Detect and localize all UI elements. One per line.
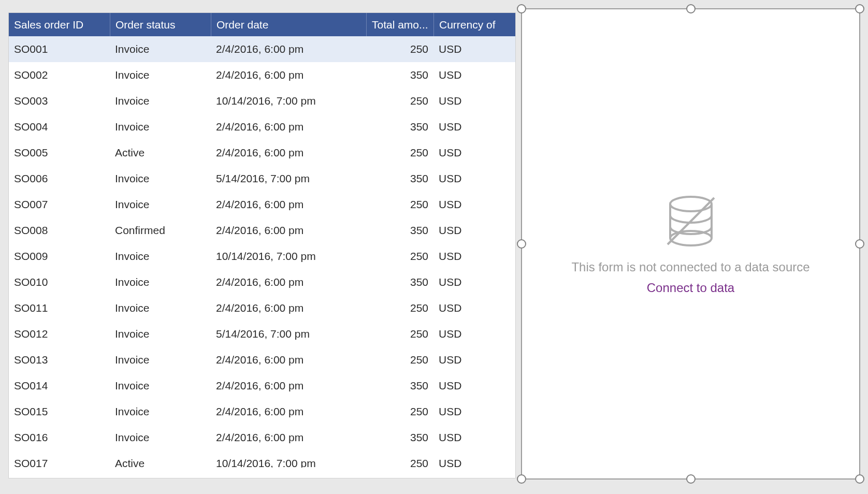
table-row[interactable]: SO017Active10/14/2016, 7:00 pm250USD <box>9 451 515 468</box>
cell-sales-order-id: SO012 <box>9 328 110 340</box>
col-header-order-status[interactable]: Order status <box>110 13 211 36</box>
table-row[interactable]: SO016Invoice2/4/2016, 6:00 pm350USD <box>9 425 515 451</box>
table-row[interactable]: SO012Invoice5/14/2016, 7:00 pm250USD <box>9 321 515 347</box>
cell-order-date: 2/4/2016, 6:00 pm <box>211 431 366 444</box>
cell-order-status: Invoice <box>110 302 211 314</box>
resize-handle-top-right[interactable] <box>855 4 864 13</box>
cell-order-date: 2/4/2016, 6:00 pm <box>211 69 366 81</box>
cell-order-date: 2/4/2016, 6:00 pm <box>211 405 366 418</box>
database-icon <box>662 193 719 250</box>
cell-order-date: 2/4/2016, 6:00 pm <box>211 147 366 159</box>
cell-order-status: Invoice <box>110 172 211 185</box>
cell-total-amount: 250 <box>366 43 433 55</box>
sales-order-table[interactable]: Sales order ID Order status Order date T… <box>8 12 516 478</box>
resize-handle-bottom-right[interactable] <box>855 474 864 484</box>
cell-currency: USD <box>433 172 496 185</box>
table-row[interactable]: SO009Invoice10/14/2016, 7:00 pm250USD <box>9 243 515 269</box>
cell-order-status: Invoice <box>110 43 211 55</box>
cell-currency: USD <box>433 147 496 159</box>
cell-sales-order-id: SO007 <box>9 198 110 211</box>
resize-handle-top-middle[interactable] <box>686 4 696 13</box>
cell-total-amount: 350 <box>366 69 433 81</box>
table-row[interactable]: SO010Invoice2/4/2016, 6:00 pm350USD <box>9 269 515 295</box>
cell-order-date: 10/14/2016, 7:00 pm <box>211 457 366 468</box>
cell-total-amount: 350 <box>366 121 433 133</box>
form-control[interactable]: This form is not connected to a data sou… <box>521 8 860 480</box>
resize-handle-middle-left[interactable] <box>517 239 526 249</box>
cell-order-date: 5/14/2016, 7:00 pm <box>211 328 366 340</box>
cell-total-amount: 350 <box>366 380 433 392</box>
table-row[interactable]: SO006Invoice5/14/2016, 7:00 pm350USD <box>9 166 515 192</box>
cell-order-status: Active <box>110 457 211 468</box>
cell-currency: USD <box>433 250 496 263</box>
cell-currency: USD <box>433 302 496 314</box>
cell-order-status: Invoice <box>110 354 211 366</box>
col-header-sales-order-id[interactable]: Sales order ID <box>9 13 110 36</box>
cell-order-date: 2/4/2016, 6:00 pm <box>211 354 366 366</box>
svg-line-2 <box>668 198 714 244</box>
cell-total-amount: 350 <box>366 224 433 237</box>
cell-sales-order-id: SO014 <box>9 380 110 392</box>
col-header-currency[interactable]: Currency of T <box>433 13 496 36</box>
cell-currency: USD <box>433 224 496 237</box>
cell-order-date: 10/14/2016, 7:00 pm <box>211 250 366 263</box>
connect-to-data-link[interactable]: Connect to data <box>647 281 734 295</box>
cell-sales-order-id: SO016 <box>9 431 110 444</box>
cell-total-amount: 250 <box>366 354 433 366</box>
cell-order-date: 2/4/2016, 6:00 pm <box>211 121 366 133</box>
table-row[interactable]: SO014Invoice2/4/2016, 6:00 pm350USD <box>9 373 515 399</box>
table-row[interactable]: SO011Invoice2/4/2016, 6:00 pm250USD <box>9 295 515 321</box>
svg-point-0 <box>670 197 712 211</box>
cell-order-status: Invoice <box>110 95 211 107</box>
cell-currency: USD <box>433 95 496 107</box>
cell-total-amount: 250 <box>366 405 433 418</box>
cell-total-amount: 250 <box>366 95 433 107</box>
cell-order-status: Invoice <box>110 380 211 392</box>
table-row[interactable]: SO015Invoice2/4/2016, 6:00 pm250USD <box>9 399 515 425</box>
table-body[interactable]: SO001Invoice2/4/2016, 6:00 pm250USDSO002… <box>9 36 515 468</box>
cell-total-amount: 350 <box>366 172 433 185</box>
cell-order-status: Active <box>110 147 211 159</box>
cell-sales-order-id: SO011 <box>9 302 110 314</box>
resize-handle-bottom-middle[interactable] <box>686 474 696 484</box>
resize-handle-bottom-left[interactable] <box>517 474 526 484</box>
cell-order-status: Invoice <box>110 431 211 444</box>
resize-handle-top-left[interactable] <box>517 4 526 13</box>
cell-currency: USD <box>433 198 496 211</box>
resize-handle-middle-right[interactable] <box>855 239 864 249</box>
horizontal-scrollbar[interactable] <box>9 468 515 478</box>
cell-sales-order-id: SO004 <box>9 121 110 133</box>
cell-order-date: 2/4/2016, 6:00 pm <box>211 380 366 392</box>
table-row[interactable]: SO001Invoice2/4/2016, 6:00 pm250USD <box>9 36 515 62</box>
cell-currency: USD <box>433 380 496 392</box>
cell-sales-order-id: SO005 <box>9 147 110 159</box>
cell-order-status: Invoice <box>110 276 211 288</box>
col-header-order-date[interactable]: Order date <box>211 13 366 36</box>
table-row[interactable]: SO013Invoice2/4/2016, 6:00 pm250USD <box>9 347 515 373</box>
cell-total-amount: 250 <box>366 457 433 468</box>
table-row[interactable]: SO007Invoice2/4/2016, 6:00 pm250USD <box>9 192 515 217</box>
form-placeholder: This form is not connected to a data sou… <box>571 193 809 295</box>
cell-total-amount: 250 <box>366 250 433 263</box>
cell-sales-order-id: SO015 <box>9 405 110 418</box>
cell-total-amount: 250 <box>366 328 433 340</box>
table-row[interactable]: SO004Invoice2/4/2016, 6:00 pm350USD <box>9 114 515 140</box>
cell-sales-order-id: SO002 <box>9 69 110 81</box>
table-row[interactable]: SO005Active2/4/2016, 6:00 pm250USD <box>9 140 515 166</box>
cell-sales-order-id: SO006 <box>9 172 110 185</box>
cell-order-date: 2/4/2016, 6:00 pm <box>211 198 366 211</box>
form-placeholder-text: This form is not connected to a data sou… <box>571 260 809 274</box>
col-header-total-amount[interactable]: Total amo... <box>366 13 433 36</box>
cell-currency: USD <box>433 328 496 340</box>
cell-order-status: Invoice <box>110 405 211 418</box>
table-row[interactable]: SO002Invoice2/4/2016, 6:00 pm350USD <box>9 62 515 88</box>
cell-total-amount: 250 <box>366 147 433 159</box>
cell-currency: USD <box>433 431 496 444</box>
cell-total-amount: 350 <box>366 431 433 444</box>
table-row[interactable]: SO003Invoice10/14/2016, 7:00 pm250USD <box>9 88 515 114</box>
cell-sales-order-id: SO003 <box>9 95 110 107</box>
cell-order-date: 2/4/2016, 6:00 pm <box>211 302 366 314</box>
cell-order-status: Invoice <box>110 328 211 340</box>
table-row[interactable]: SO008Confirmed2/4/2016, 6:00 pm350USD <box>9 217 515 243</box>
cell-currency: USD <box>433 276 496 288</box>
